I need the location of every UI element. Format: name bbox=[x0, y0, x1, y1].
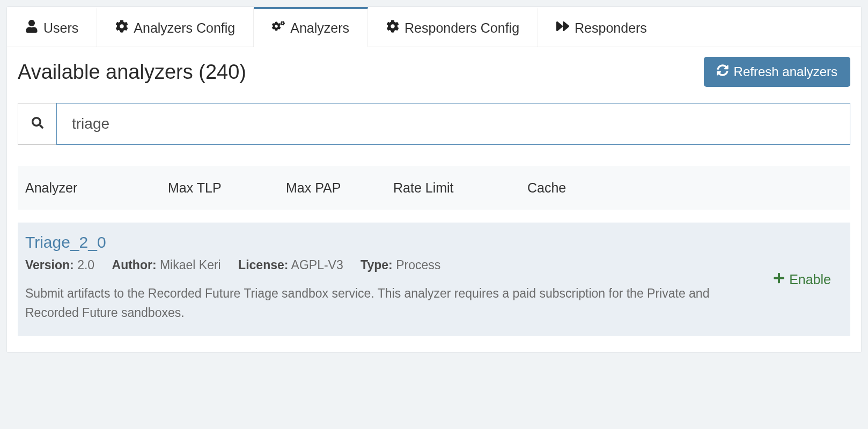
columns-header: Analyzer Max TLP Max PAP Rate Limit Cach… bbox=[18, 166, 850, 210]
analyzer-name-link[interactable]: Triage_2_0 bbox=[25, 233, 106, 252]
refresh-label: Refresh analyzers bbox=[734, 64, 837, 79]
tab-responders[interactable]: Responders bbox=[538, 7, 665, 47]
column-analyzer: Analyzer bbox=[18, 180, 168, 196]
license-label: License: bbox=[238, 258, 288, 272]
tab-label: Responders bbox=[575, 20, 647, 36]
refresh-icon bbox=[717, 64, 729, 79]
forward-icon bbox=[556, 20, 569, 36]
author-value: Mikael Keri bbox=[160, 258, 221, 272]
license-value: AGPL-V3 bbox=[291, 258, 343, 272]
gear-icon bbox=[386, 20, 399, 36]
tab-label: Users bbox=[43, 20, 78, 36]
gears-icon bbox=[272, 20, 285, 36]
tab-label: Analyzers Config bbox=[134, 20, 235, 36]
user-icon bbox=[25, 20, 38, 36]
main-panel: Users Analyzers Config Analyzers Respond… bbox=[6, 6, 862, 353]
plus-icon bbox=[773, 272, 785, 287]
search-icon bbox=[32, 117, 43, 131]
analyzer-row: Triage_2_0 Version: 2.0 Author: Mikael K… bbox=[18, 223, 850, 336]
author-label: Author: bbox=[112, 258, 157, 272]
tabs-nav: Users Analyzers Config Analyzers Respond… bbox=[7, 7, 861, 47]
column-rate-limit: Rate Limit bbox=[393, 180, 527, 196]
tab-label: Analyzers bbox=[290, 20, 349, 36]
version-label: Version: bbox=[25, 258, 74, 272]
tab-analyzers[interactable]: Analyzers bbox=[254, 7, 368, 47]
column-max-pap: Max PAP bbox=[286, 180, 393, 196]
version-value: 2.0 bbox=[77, 258, 94, 272]
header-row: Available analyzers (240) Refresh analyz… bbox=[18, 57, 850, 87]
analyzer-description: Submit artifacts to the Recorded Future … bbox=[25, 284, 712, 322]
search-input[interactable] bbox=[56, 103, 850, 145]
column-cache: Cache bbox=[527, 180, 850, 196]
refresh-analyzers-button[interactable]: Refresh analyzers bbox=[704, 57, 850, 87]
gear-icon bbox=[115, 20, 128, 36]
enable-label: Enable bbox=[789, 272, 831, 287]
analyzer-meta: Version: 2.0 Author: Mikael Keri License… bbox=[25, 258, 843, 272]
type-value: Process bbox=[396, 258, 440, 272]
column-max-tlp: Max TLP bbox=[168, 180, 286, 196]
tab-responders-config[interactable]: Responders Config bbox=[368, 7, 538, 47]
type-label: Type: bbox=[361, 258, 393, 272]
tab-users[interactable]: Users bbox=[7, 7, 97, 47]
enable-button[interactable]: Enable bbox=[773, 272, 831, 287]
content-area: Available analyzers (240) Refresh analyz… bbox=[7, 47, 861, 352]
page-title: Available analyzers (240) bbox=[18, 61, 246, 84]
search-icon-box bbox=[18, 103, 56, 145]
search-row bbox=[18, 103, 850, 145]
tab-label: Responders Config bbox=[404, 20, 519, 36]
tab-analyzers-config[interactable]: Analyzers Config bbox=[97, 7, 254, 47]
